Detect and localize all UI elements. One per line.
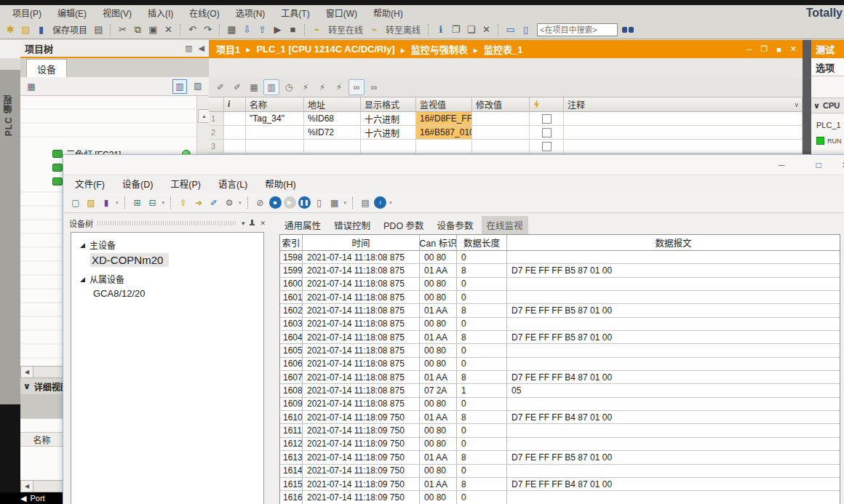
address-cell[interactable]: %ID68 [304, 112, 361, 126]
log-query-icon[interactable]: ▤ [359, 196, 372, 209]
slave-group-node[interactable]: ◢ 从属设备 [71, 273, 263, 285]
tab[interactable]: 设备参数 [432, 216, 479, 234]
tree-expanded-icon[interactable]: ◢ [80, 241, 85, 249]
modify-with-trigger-icon[interactable]: ⚡ [315, 80, 330, 95]
comment-cell[interactable] [564, 140, 803, 153]
modify-value-cell[interactable] [472, 140, 530, 153]
can-table-row[interactable]: 1611 2021-07-14 11:18:09 750 00 80 0 [280, 424, 840, 437]
menu-item[interactable]: 编辑(E) [49, 7, 95, 19]
paste-icon[interactable]: ▣ [146, 23, 160, 36]
monitor-all-icon[interactable]: ▥ [263, 79, 279, 95]
device-panel-icon[interactable]: ▯ [313, 196, 326, 209]
trigger-oo-icon[interactable]: ∞ [349, 79, 365, 95]
trigger-oo1-icon[interactable]: ∞ [367, 80, 381, 95]
dropdown-icon[interactable]: ▾ [344, 200, 347, 206]
horizontal-scrollbar[interactable]: ◀ [20, 480, 63, 492]
restore-icon[interactable]: ❐ [760, 44, 768, 54]
tab[interactable]: PDO 参数 [378, 216, 429, 234]
can-table-row[interactable]: 1614 2021-07-14 11:18:09 750 00 80 0 [280, 465, 840, 478]
tree-expanded-icon[interactable]: ◢ [80, 276, 85, 283]
scroll-left-icon[interactable]: ◀ [21, 481, 33, 492]
tree-list-icon[interactable]: ▦ [25, 80, 38, 93]
add-device-icon[interactable]: ⊞ [131, 196, 144, 209]
go-offline-icon[interactable]: ⌁ [367, 23, 381, 36]
menu-item[interactable]: 在线(O) [181, 7, 227, 19]
tree-detail-icon[interactable]: ▥ [172, 79, 187, 94]
scroll-left-icon[interactable]: ◀ [21, 367, 33, 377]
dock-dropdown-icon[interactable]: ▾ [242, 220, 245, 227]
menu-item[interactable]: 语言(L) [210, 177, 256, 191]
menu-item[interactable]: 窗口(W) [318, 7, 365, 19]
print-icon[interactable]: ▤ [92, 23, 106, 36]
can-table-row[interactable]: 1615 2021-07-14 11:18:09 750 01 AA 8 D7 … [280, 478, 840, 491]
tab-plc-programming[interactable]: PLC 编程 [2, 95, 15, 136]
comment-cell[interactable] [564, 126, 803, 140]
close-icon[interactable]: ✕ [790, 44, 797, 54]
can-table-row[interactable]: 1613 2021-07-14 11:18:09 750 01 AA 8 D7 … [280, 451, 840, 464]
search-binoculars-icon[interactable] [622, 25, 634, 34]
menu-item[interactable]: 帮助(H) [365, 7, 411, 19]
save-project-icon[interactable]: ▮ [34, 23, 48, 36]
address-cell[interactable]: %ID72 [304, 126, 361, 140]
settings-gear-icon[interactable]: ⚙ [223, 196, 236, 209]
can-table-row[interactable]: 1605 2021-07-14 11:18:08 875 00 80 0 [280, 344, 840, 357]
minimize-icon[interactable]: ─ [746, 45, 752, 54]
can-table-row[interactable]: 1601 2021-07-14 11:18:08 875 00 80 0 [280, 291, 840, 304]
menu-item[interactable]: 项目(P) [4, 7, 49, 19]
open-project-icon[interactable]: ▨ [19, 23, 33, 36]
breadcrumb-item[interactable]: 监控与强制表 [395, 42, 468, 56]
export-config-icon[interactable]: ➜ [192, 196, 205, 209]
menu-item[interactable]: 工具(T) [273, 7, 317, 19]
portal-view-button[interactable]: ◀ Port [0, 492, 63, 504]
wizard-icon[interactable]: ✐ [207, 196, 220, 209]
chevron-down-icon[interactable]: ∨ [794, 101, 799, 108]
insert-row-icon[interactable]: ✐ [213, 80, 228, 95]
open-file-icon[interactable]: ▨ [84, 196, 97, 209]
detail-view-header[interactable]: ∨ 详细视图 [20, 378, 63, 394]
save-project-button[interactable]: 保存项目 [49, 23, 90, 36]
comment-cell[interactable] [564, 112, 803, 126]
window-restore-icon[interactable]: ❐ [449, 23, 463, 36]
monitor-once-icon[interactable]: ◷ [282, 80, 296, 95]
can-table-row[interactable]: 1604 2021-07-14 11:18:08 875 01 AA 8 D7 … [280, 331, 840, 344]
menu-item[interactable]: 工程(P) [162, 177, 210, 191]
address-cell[interactable] [304, 140, 361, 153]
undo-icon[interactable]: ↶ [186, 23, 199, 36]
split-horizontal-icon[interactable]: ▭ [503, 23, 517, 36]
import-config-icon[interactable]: ⇧ [177, 196, 190, 209]
maximize-icon[interactable]: ■ [776, 45, 781, 54]
format-cell[interactable]: 十六进制 [361, 112, 416, 126]
add-row-icon[interactable]: ✐ [230, 80, 244, 95]
start-monitor-icon[interactable]: ▶ [284, 196, 296, 209]
menu-item[interactable]: 插入(I) [140, 7, 181, 19]
monitor-modify-icon[interactable]: ▦ [247, 80, 261, 95]
can-table-row[interactable]: 1610 2021-07-14 11:18:09 750 01 AA 8 D7 … [280, 411, 840, 424]
menu-item[interactable]: 视图(V) [95, 7, 140, 19]
new-file-icon[interactable]: ▢ [69, 196, 82, 209]
dock-close-icon[interactable]: ✕ [260, 220, 266, 227]
diagnostics-icon[interactable]: ℹ [434, 23, 447, 36]
horizontal-scrollbar[interactable]: ◀ [20, 366, 63, 378]
close-icon[interactable]: ✕ [835, 159, 844, 172]
compile-icon[interactable]: ▦ [225, 23, 239, 36]
tag-name-cell[interactable] [246, 126, 304, 140]
info-icon[interactable]: i [374, 196, 386, 209]
disconnect-icon[interactable]: ⊘ [254, 196, 267, 209]
stop-cpu-icon[interactable]: ■ [286, 23, 300, 36]
redo-icon[interactable]: ↷ [201, 23, 215, 36]
modify-checkbox[interactable] [542, 114, 552, 124]
tab[interactable]: 通用属性 [279, 216, 326, 234]
tab[interactable]: 错误控制 [329, 216, 375, 234]
modify-now-icon[interactable]: ⚡ [332, 80, 346, 95]
can-table-row[interactable]: 1612 2021-07-14 11:18:09 750 00 80 0 [280, 438, 840, 451]
dropdown-icon[interactable]: ▾ [162, 200, 165, 206]
modify-value-cell[interactable] [472, 112, 530, 126]
pause-monitor-icon[interactable]: ❚❚ [298, 196, 311, 209]
can-table-row[interactable]: 1599 2021-07-14 11:18:08 875 01 AA 8 D7 … [280, 264, 840, 277]
dropdown-icon[interactable]: ▾ [389, 200, 392, 206]
modify-value-cell[interactable] [472, 126, 530, 140]
new-project-icon[interactable]: ✱ [4, 23, 17, 36]
tag-name-cell[interactable] [246, 140, 304, 153]
can-table-row[interactable]: 1606 2021-07-14 11:18:08 875 00 80 0 [280, 358, 840, 371]
master-device-node[interactable]: XD-COPNm20 [90, 253, 263, 267]
